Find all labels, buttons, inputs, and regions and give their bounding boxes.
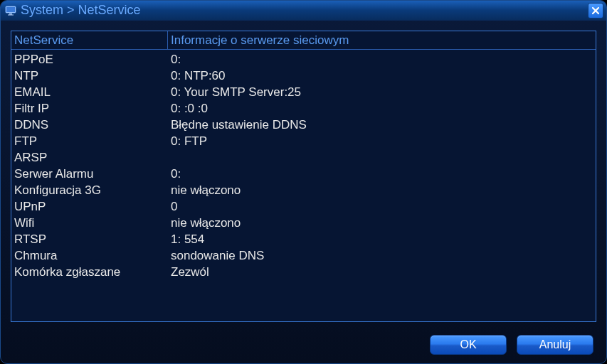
cancel-button[interactable]: Anuluj bbox=[517, 335, 593, 355]
service-name: Konfiguracja 3G bbox=[11, 183, 168, 198]
breadcrumb: System > NetService bbox=[21, 3, 141, 18]
table-row[interactable]: Serwer Alarmu0: bbox=[11, 166, 596, 182]
table-row[interactable]: Chmurasondowanie DNS bbox=[11, 247, 596, 264]
service-name: FTP bbox=[11, 134, 168, 149]
table-row[interactable]: Wifinie włączono bbox=[11, 215, 596, 231]
service-info: 0: bbox=[168, 53, 596, 67]
service-name: PPPoE bbox=[11, 53, 168, 67]
table-row[interactable]: NTP0: NTP:60 bbox=[11, 68, 596, 84]
service-info: 0: :0 :0 bbox=[168, 102, 596, 116]
service-info: Zezwól bbox=[168, 265, 596, 279]
dialog-footer: OK Anuluj bbox=[430, 335, 593, 355]
service-info: sondowanie DNS bbox=[168, 249, 596, 263]
table-row[interactable]: ARSP bbox=[11, 149, 596, 166]
svg-rect-3 bbox=[8, 14, 14, 15]
service-name: NTP bbox=[11, 69, 168, 83]
netservice-window: System > NetService NetService Informacj… bbox=[0, 0, 607, 364]
column-header-name: NetService bbox=[11, 31, 168, 49]
table-row[interactable]: EMAIL0: Your SMTP Server:25 bbox=[11, 84, 596, 100]
table-row[interactable]: FTP0: FTP bbox=[11, 133, 596, 149]
table-row[interactable]: RTSP1: 554 bbox=[11, 231, 596, 247]
service-name: Serwer Alarmu bbox=[11, 167, 168, 181]
table-row[interactable]: Komórka zgłaszaneZezwól bbox=[11, 264, 596, 280]
service-name: UPnP bbox=[11, 200, 168, 214]
service-name: Chmura bbox=[11, 249, 168, 263]
service-info: 0: NTP:60 bbox=[168, 69, 596, 83]
service-info: 0: Your SMTP Server:25 bbox=[168, 85, 596, 100]
ok-button[interactable]: OK bbox=[430, 335, 507, 355]
column-header-info: Informacje o serwerze sieciowym bbox=[168, 31, 596, 49]
titlebar: System > NetService bbox=[1, 1, 606, 21]
service-info: 1: 554 bbox=[168, 232, 596, 247]
service-info: Błędne ustawienie DDNS bbox=[168, 118, 596, 132]
service-info: nie włączono bbox=[168, 216, 596, 230]
close-icon bbox=[591, 6, 600, 15]
table-row[interactable]: UPnP0 bbox=[11, 198, 596, 215]
close-button[interactable] bbox=[588, 3, 603, 18]
table-row[interactable]: Filtr IP0: :0 :0 bbox=[11, 100, 596, 117]
service-info: nie włączono bbox=[168, 183, 596, 198]
service-name: Komórka zgłaszane bbox=[11, 265, 168, 279]
service-name: DDNS bbox=[11, 118, 168, 132]
svg-rect-1 bbox=[6, 7, 15, 12]
table-row[interactable]: PPPoE0: bbox=[11, 51, 596, 68]
table-header: NetService Informacje o serwerze sieciow… bbox=[11, 31, 596, 50]
service-name: Filtr IP bbox=[11, 102, 168, 116]
service-info: 0: FTP bbox=[168, 134, 596, 149]
service-name: EMAIL bbox=[11, 85, 168, 100]
service-name: ARSP bbox=[11, 151, 168, 165]
table-row[interactable]: Konfiguracja 3Gnie włączono bbox=[11, 182, 596, 198]
service-info: 0 bbox=[168, 200, 596, 214]
table-row[interactable]: DDNSBłędne ustawienie DDNS bbox=[11, 117, 596, 133]
service-name: Wifi bbox=[11, 216, 168, 230]
netservice-table: NetService Informacje o serwerze sieciow… bbox=[11, 31, 596, 322]
service-name: RTSP bbox=[11, 232, 168, 247]
svg-rect-2 bbox=[9, 14, 12, 15]
monitor-icon bbox=[5, 6, 16, 16]
service-info: 0: bbox=[168, 167, 596, 181]
